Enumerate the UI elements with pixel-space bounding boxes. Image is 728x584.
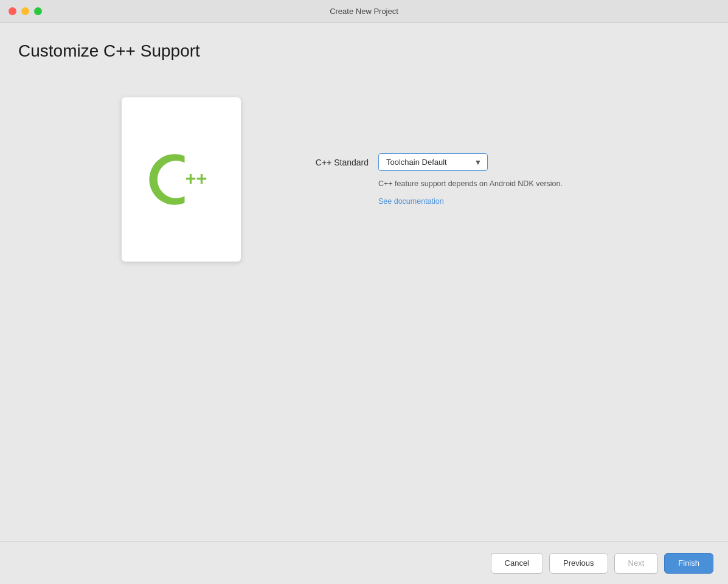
window-title: Create New Project <box>330 7 398 16</box>
cpp-logo-card: ++ <box>122 97 241 262</box>
footer: Cancel Previous Next Finish <box>0 541 728 584</box>
next-button: Next <box>614 553 659 574</box>
minimize-button[interactable] <box>21 7 29 15</box>
traffic-lights[interactable] <box>9 7 42 15</box>
help-text: C++ feature support depends on Android N… <box>378 178 563 190</box>
maximize-button[interactable] <box>34 7 42 15</box>
main-content: Customize C++ Support ++ C++ Standard To… <box>0 23 728 541</box>
cpp-standard-field-row: C++ Standard Toolchain Default C++11 C++… <box>314 153 563 171</box>
settings-panel: C++ Standard Toolchain Default C++11 C++… <box>314 153 563 206</box>
cancel-button[interactable]: Cancel <box>491 553 543 574</box>
content-area: ++ C++ Standard Toolchain Default C++11 … <box>18 97 710 262</box>
cpp-standard-select[interactable]: Toolchain Default C++11 C++14 C++17 C++2… <box>378 153 488 171</box>
see-documentation-link[interactable]: See documentation <box>378 197 563 206</box>
svg-text:++: ++ <box>185 168 207 189</box>
cpp-logo: ++ <box>148 146 215 213</box>
page-title: Customize C++ Support <box>18 41 710 61</box>
finish-button[interactable]: Finish <box>664 553 713 574</box>
cpp-standard-dropdown-wrapper[interactable]: Toolchain Default C++11 C++14 C++17 C++2… <box>378 153 488 171</box>
title-bar: Create New Project <box>0 0 728 23</box>
close-button[interactable] <box>9 7 16 15</box>
previous-button[interactable]: Previous <box>549 553 608 574</box>
cpp-standard-label: C++ Standard <box>314 158 369 167</box>
